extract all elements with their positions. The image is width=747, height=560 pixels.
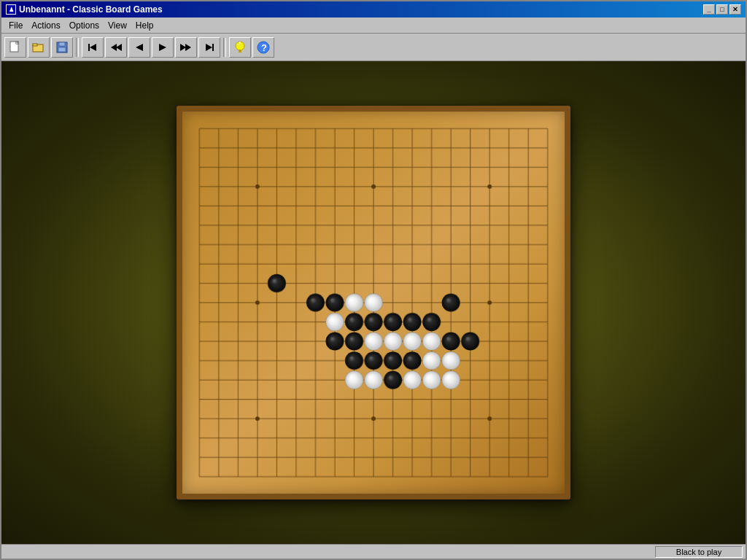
next-icon — [156, 41, 169, 54]
menu-file[interactable]: File — [4, 19, 27, 32]
app-icon: ♟ — [6, 4, 16, 15]
svg-marker-11 — [116, 44, 122, 51]
toolbar-sep-1 — [76, 38, 79, 57]
first-icon — [86, 41, 99, 54]
first-move-button[interactable] — [82, 37, 104, 58]
close-button[interactable]: ✕ — [729, 4, 741, 15]
save-button[interactable] — [51, 37, 73, 58]
next-fast-icon — [179, 41, 193, 54]
svg-marker-13 — [159, 44, 166, 51]
menu-actions[interactable]: Actions — [27, 19, 64, 32]
new-button[interactable] — [4, 37, 26, 58]
svg-rect-19 — [239, 50, 241, 52]
main-content — [1, 61, 746, 544]
title-bar: ♟ Unbenannt - Classic Board Games _ □ ✕ — [1, 1, 746, 18]
status-bar: Black to play — [1, 544, 746, 559]
hint-button[interactable] — [229, 37, 251, 58]
prev-icon — [133, 41, 146, 54]
svg-text:?: ? — [261, 42, 267, 53]
go-board-container[interactable] — [177, 106, 570, 499]
title-bar-left: ♟ Unbenannt - Classic Board Games — [6, 4, 163, 15]
svg-rect-8 — [88, 44, 90, 51]
menu-view[interactable]: View — [104, 19, 131, 32]
svg-rect-4 — [33, 44, 37, 46]
go-board-canvas[interactable] — [182, 112, 565, 494]
title-controls: _ □ ✕ — [703, 4, 741, 15]
menu-help[interactable]: Help — [131, 19, 158, 32]
open-icon — [32, 41, 45, 54]
status-text: Black to play — [655, 546, 743, 558]
toolbar: ? — [1, 34, 746, 61]
maximize-button[interactable]: □ — [716, 4, 728, 15]
window: ♟ Unbenannt - Classic Board Games _ □ ✕ … — [0, 0, 747, 560]
svg-rect-16 — [212, 44, 214, 51]
svg-marker-14 — [180, 44, 186, 51]
help-icon: ? — [256, 40, 271, 55]
svg-marker-17 — [206, 44, 212, 51]
new-icon — [9, 41, 22, 54]
prev-button[interactable] — [128, 37, 150, 58]
minimize-button[interactable]: _ — [703, 4, 715, 15]
svg-rect-7 — [58, 47, 66, 52]
open-button[interactable] — [28, 37, 50, 58]
svg-marker-12 — [136, 44, 143, 51]
svg-marker-10 — [111, 44, 117, 51]
svg-marker-15 — [185, 44, 191, 51]
svg-rect-6 — [59, 42, 65, 46]
hint-icon — [233, 40, 247, 55]
menu-options[interactable]: Options — [65, 19, 104, 32]
menu-bar: File Actions Options View Help — [1, 18, 746, 34]
prev-fast-icon — [109, 41, 123, 54]
help-button[interactable]: ? — [252, 37, 274, 58]
last-move-button[interactable] — [198, 37, 220, 58]
prev-fast-button[interactable] — [105, 37, 127, 58]
window-title: Unbenannt - Classic Board Games — [19, 4, 163, 15]
svg-marker-9 — [90, 44, 96, 51]
save-icon — [55, 41, 69, 54]
next-button[interactable] — [152, 37, 174, 58]
next-fast-button[interactable] — [175, 37, 197, 58]
toolbar-sep-2 — [223, 38, 226, 57]
last-icon — [203, 41, 216, 54]
